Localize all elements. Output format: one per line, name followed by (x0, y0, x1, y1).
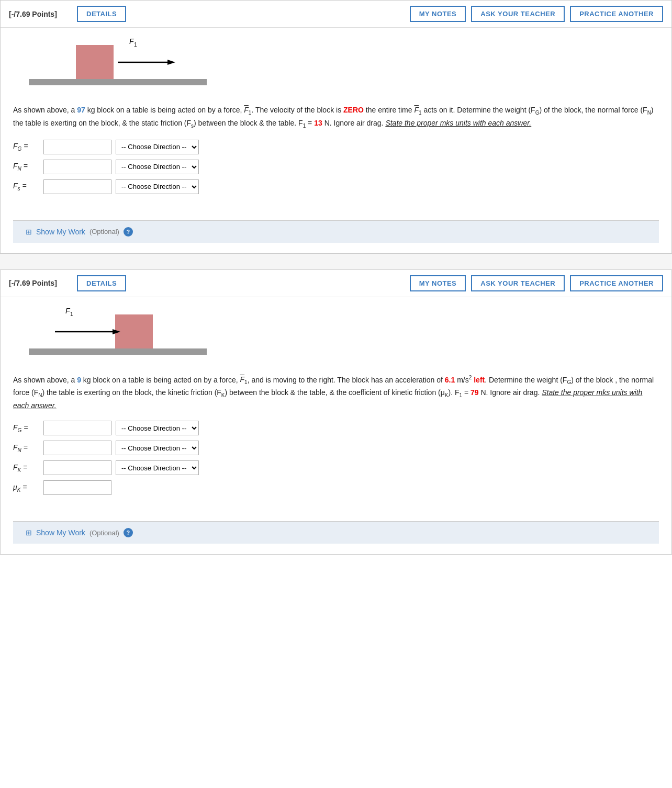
practice-another-button-1[interactable]: PRACTICE ANOTHER (570, 6, 663, 22)
accel-value-2: 6.1 (445, 375, 455, 384)
spacer (0, 254, 672, 269)
fn-input-2[interactable] (43, 441, 111, 455)
fg-direction-2[interactable]: -- Choose Direction -- Up Down Left Righ… (116, 421, 199, 435)
fk-input-2[interactable] (43, 460, 111, 475)
show-work-icon-2: ⊞ (26, 528, 32, 537)
table-surface-1 (29, 79, 207, 85)
fg-row-2: FG = -- Choose Direction -- Up Down Left… (13, 421, 659, 435)
fg-input-1[interactable] (43, 140, 111, 154)
mass-value-1: 97 (77, 106, 85, 114)
show-work-icon-1: ⊞ (26, 228, 32, 236)
my-notes-button-2[interactable]: MY NOTES (410, 275, 466, 291)
fn-row-1: FN = -- Choose Direction -- Up Down Left… (13, 160, 659, 174)
show-work-label-2: Show My Work (36, 528, 85, 537)
fg-direction-1[interactable]: -- Choose Direction -- Up Down Left Righ… (116, 140, 199, 154)
fk-label-2: FK = (13, 463, 39, 473)
points-label-2: [-/7.69 Points] (9, 279, 72, 287)
details-button-1[interactable]: DETAILS (77, 6, 126, 22)
question-body-1: F 1 As shown above, a 97 kg block on a t… (1, 28, 671, 253)
diagram-svg-1: F 1 (13, 38, 233, 93)
mass-value-2: 9 (77, 375, 81, 384)
question-header-1: [-/7.69 Points] DETAILS MY NOTES ASK YOU… (1, 1, 671, 28)
details-button-2[interactable]: DETAILS (77, 275, 126, 291)
fs-row-1: Fs = -- Choose Direction -- Up Down Left… (13, 179, 659, 194)
ask-teacher-button-2[interactable]: ASK YOUR TEACHER (471, 275, 565, 291)
question-header-2: [-/7.69 Points] DETAILS MY NOTES ASK YOU… (1, 270, 671, 297)
underline-text-1: State the proper mks units with each ans… (385, 119, 531, 127)
practice-another-button-2[interactable]: PRACTICE ANOTHER (570, 275, 663, 291)
fn-label-2: FN = (13, 443, 39, 453)
table-surface-2 (29, 348, 207, 355)
show-work-bar-2[interactable]: ⊞ Show My Work (Optional) ? (13, 521, 659, 544)
diagram-2: F 1 (13, 308, 659, 365)
mu-row-2: μK = (13, 480, 659, 495)
diagram-svg-2: F 1 (13, 308, 233, 363)
fn-label-1: FN = (13, 162, 39, 172)
fn-input-1[interactable] (43, 160, 111, 174)
mu-input-2[interactable] (43, 480, 111, 495)
show-work-bar-1[interactable]: ⊞ Show My Work (Optional) ? (13, 220, 659, 243)
fn-direction-1[interactable]: -- Choose Direction -- Up Down Left Righ… (116, 160, 199, 174)
mu-label-2: μK = (13, 483, 39, 493)
my-notes-button-1[interactable]: MY NOTES (410, 6, 466, 22)
arrowhead-1 (167, 60, 175, 65)
f1-value-2: 79 (471, 388, 479, 397)
fk-row-2: FK = -- Choose Direction -- Up Down Left… (13, 460, 659, 475)
help-icon-1[interactable]: ? (124, 227, 133, 237)
help-icon-2[interactable]: ? (124, 528, 133, 537)
fn-direction-2[interactable]: -- Choose Direction -- Up Down Left Righ… (116, 441, 199, 455)
zero-label-1: ZERO (343, 106, 364, 114)
block-rect-1 (76, 45, 114, 79)
fg-label-2: FG = (13, 423, 39, 433)
fg-input-2[interactable] (43, 421, 111, 435)
points-label-1: [-/7.69 Points] (9, 10, 72, 18)
force-notation-1: F1 (244, 106, 251, 114)
underline-text-2: State the proper mks units with each ans… (13, 388, 642, 410)
force-notation-2: F1 (414, 106, 421, 114)
fs-direction-1[interactable]: -- Choose Direction -- Up Down Left Righ… (116, 179, 199, 194)
question-block-2: [-/7.69 Points] DETAILS MY NOTES ASK YOU… (0, 269, 672, 555)
show-work-optional-2: (Optional) (89, 529, 119, 537)
fs-input-1[interactable] (43, 179, 111, 194)
f1-value-1: 13 (314, 119, 322, 127)
fs-label-1: Fs = (13, 182, 39, 192)
question-block-1: [-/7.69 Points] DETAILS MY NOTES ASK YOU… (0, 0, 672, 254)
ask-teacher-button-1[interactable]: ASK YOUR TEACHER (471, 6, 565, 22)
show-work-label-1: Show My Work (36, 228, 85, 236)
fn-row-2: FN = -- Choose Direction -- Up Down Left… (13, 441, 659, 455)
force-notation-3: F1 (240, 375, 248, 384)
question-body-2: F 1 As shown above, a 9 kg block on a ta… (1, 297, 671, 555)
force-subscript-2: 1 (70, 311, 73, 317)
fg-label-1: FG = (13, 142, 39, 152)
block-rect-2 (115, 314, 153, 348)
show-work-optional-1: (Optional) (89, 228, 119, 235)
accel-dir-2: left (474, 375, 485, 384)
question-text-2: As shown above, a 9 kg block on a table … (13, 374, 659, 412)
diagram-1: F 1 (13, 38, 659, 96)
force-subscript-1: 1 (134, 42, 137, 48)
question-text-1: As shown above, a 97 kg block on a table… (13, 104, 659, 130)
fg-row-1: FG = -- Choose Direction -- Up Down Left… (13, 140, 659, 154)
fk-direction-2[interactable]: -- Choose Direction -- Up Down Left Righ… (116, 460, 199, 475)
